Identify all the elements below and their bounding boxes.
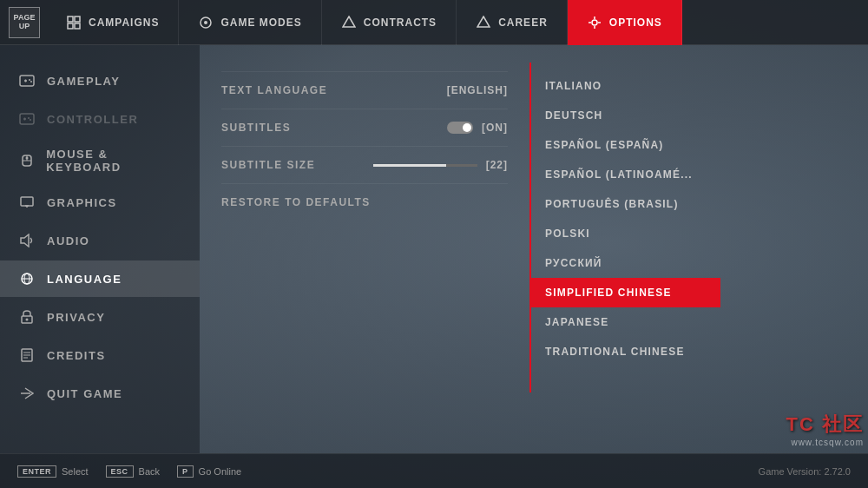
svg-point-26 <box>25 157 28 160</box>
svg-point-8 <box>592 20 597 25</box>
watermark: TC 社区 www.tcsqw.com <box>677 397 868 462</box>
sidebar-item-graphics[interactable]: GRAPHICS <box>0 184 200 221</box>
setting-row-subtitle-size: SUBTITLE SIZE[22] <box>221 147 508 184</box>
svg-rect-3 <box>75 23 80 29</box>
setting-value-subtitles: [ON] <box>482 122 508 134</box>
language-item-italiano[interactable]: ITALIANO <box>531 71 720 101</box>
sidebar-item-controller: CONTROLLER <box>0 101 200 137</box>
setting-label-subtitle-size: SUBTITLE SIZE <box>221 159 315 171</box>
restore-defaults-button[interactable]: RESTORE TO DEFAULTS <box>221 184 508 221</box>
language-item-russian[interactable]: РУССКИЙ <box>531 248 720 278</box>
svg-rect-2 <box>68 23 73 29</box>
settings-panel: TEXT LANGUAGE[ENGLISH]SUBTITLES[ON]SUBTI… <box>200 45 529 453</box>
language-item-japanese[interactable]: JAPANESE <box>531 307 720 337</box>
sidebar-icon-controller <box>17 109 36 129</box>
svg-rect-27 <box>21 197 33 206</box>
sidebar-item-audio[interactable]: AUDIO <box>0 222 200 259</box>
setting-value-text-language[interactable]: [ENGLISH] <box>447 84 508 96</box>
svg-marker-7 <box>477 16 490 27</box>
sidebar-icon-audio <box>17 231 36 250</box>
nav-items-container: CAMPAIGNSGAME MODESCONTRACTSCAREEROPTION… <box>47 0 859 45</box>
sidebar-icon-language <box>17 269 36 288</box>
sidebar-icon-mouse-keyboard <box>17 151 36 170</box>
setting-label-text-language: TEXT LANGUAGE <box>221 84 327 96</box>
sidebar-icon-credits <box>17 346 36 365</box>
sidebar-label-quit-game: QUIT GAME <box>47 387 122 400</box>
svg-point-5 <box>204 21 207 24</box>
toggle-container-subtitles: [ON] <box>447 122 508 134</box>
sidebar-icon-quit-game <box>17 384 36 403</box>
language-item-polski[interactable]: POLSKI <box>531 219 720 248</box>
enter-key-badge: ENTER <box>17 465 56 478</box>
nav-item-game-modes[interactable]: GAME MODES <box>179 0 321 45</box>
hint-esc: ESC Back <box>106 465 160 478</box>
svg-marker-30 <box>21 234 29 247</box>
setting-label-subtitles: SUBTITLES <box>221 122 291 134</box>
svg-rect-18 <box>20 114 34 124</box>
sidebar-label-audio: AUDIO <box>47 234 89 247</box>
language-item-simplified-chinese[interactable]: SIMPLIFIED CHINESE <box>531 278 720 307</box>
sidebar-icon-gameplay <box>17 71 36 90</box>
watermark-sub: www.tcsqw.com <box>786 438 864 447</box>
sidebar-item-privacy[interactable]: PRIVACY <box>0 299 200 335</box>
sidebar-label-controller: CONTROLLER <box>47 113 138 126</box>
sidebar-label-mouse-keyboard: MOUSE & KEYBOARD <box>46 148 182 174</box>
hint-enter-label: Select <box>62 466 89 477</box>
watermark-main: TC 社区 <box>786 412 864 438</box>
hint-p: P Go Online <box>177 465 241 478</box>
nav-label-game-modes: GAME MODES <box>220 16 301 29</box>
nav-label-career: CAREER <box>498 16 548 29</box>
svg-point-22 <box>30 119 31 121</box>
hint-p-label: Go Online <box>199 466 242 477</box>
svg-point-21 <box>28 117 30 119</box>
language-item-deutsch[interactable]: DEUTSCH <box>531 101 720 130</box>
sidebar-label-credits: CREDITS <box>47 349 106 362</box>
sidebar-item-language[interactable]: LANGUAGE <box>0 260 200 297</box>
language-item-espanol-lat[interactable]: ESPAÑOL (LATINOAMÉ... <box>531 160 720 189</box>
sidebar-label-privacy: PRIVACY <box>47 311 105 324</box>
language-list: ITALIANODEUTSCHESPAÑOL (ESPAÑA)ESPAÑOL (… <box>529 63 720 392</box>
esc-key-badge: ESC <box>106 465 134 478</box>
nav-item-options[interactable]: OPTIONS <box>568 0 682 45</box>
sidebar-icon-graphics <box>17 193 36 212</box>
setting-row-subtitles: SUBTITLES[ON] <box>221 109 508 147</box>
svg-rect-1 <box>75 16 80 22</box>
main-area: GAMEPLAYCONTROLLERMOUSE & KEYBOARDGRAPHI… <box>0 45 868 453</box>
nav-icon-career <box>476 15 491 30</box>
slider-track-subtitle-size[interactable] <box>373 164 477 167</box>
sidebar-item-gameplay[interactable]: GAMEPLAY <box>0 63 200 99</box>
sidebar: GAMEPLAYCONTROLLERMOUSE & KEYBOARDGRAPHI… <box>0 45 200 453</box>
nav-item-career[interactable]: CAREER <box>457 0 568 45</box>
sidebar-item-quit-game[interactable]: QUIT GAME <box>0 375 200 412</box>
svg-marker-6 <box>343 16 355 27</box>
nav-icon-options <box>587 15 602 30</box>
sidebar-icon-privacy <box>17 307 36 326</box>
nav-label-campaigns: CAMPAIGNS <box>89 16 159 29</box>
svg-rect-0 <box>68 16 73 22</box>
sidebar-label-graphics: GRAPHICS <box>47 196 117 209</box>
slider-container-subtitle-size: [22] <box>373 159 508 171</box>
nav-item-campaigns[interactable]: CAMPAIGNS <box>47 0 179 45</box>
sidebar-label-gameplay: GAMEPLAY <box>47 75 120 88</box>
nav-label-contracts: CONTRACTS <box>364 16 437 29</box>
page-up-button[interactable]: PAGE UP <box>9 7 40 38</box>
nav-icon-contracts <box>341 15 357 30</box>
sidebar-item-credits[interactable]: CREDITS <box>0 337 200 373</box>
language-item-traditional-chinese[interactable]: TRADITIONAL CHINESE <box>531 337 720 366</box>
setting-value-subtitle-size: [22] <box>486 159 508 171</box>
top-navigation: PAGE UP CAMPAIGNSGAME MODESCONTRACTSCARE… <box>0 0 868 45</box>
slider-fill-subtitle-size <box>373 164 446 167</box>
version-text: Game Version: 2.72.0 <box>759 466 851 477</box>
nav-item-contracts[interactable]: CONTRACTS <box>322 0 457 45</box>
language-item-portugues[interactable]: PORTUGUÊS (BRASIL) <box>531 189 720 219</box>
svg-point-35 <box>26 319 29 321</box>
toggle-switch-subtitles[interactable] <box>447 122 473 134</box>
nav-icon-campaigns <box>66 15 82 30</box>
language-item-espanol-espana[interactable]: ESPAÑOL (ESPAÑA) <box>531 130 720 160</box>
hint-esc-label: Back <box>139 466 160 477</box>
nav-label-options: OPTIONS <box>609 16 662 29</box>
hint-enter: ENTER Select <box>17 465 89 478</box>
setting-row-text-language: TEXT LANGUAGE[ENGLISH] <box>221 71 508 109</box>
page-up-label-bot: UP <box>19 23 30 31</box>
sidebar-item-mouse-keyboard[interactable]: MOUSE & KEYBOARD <box>0 139 200 182</box>
